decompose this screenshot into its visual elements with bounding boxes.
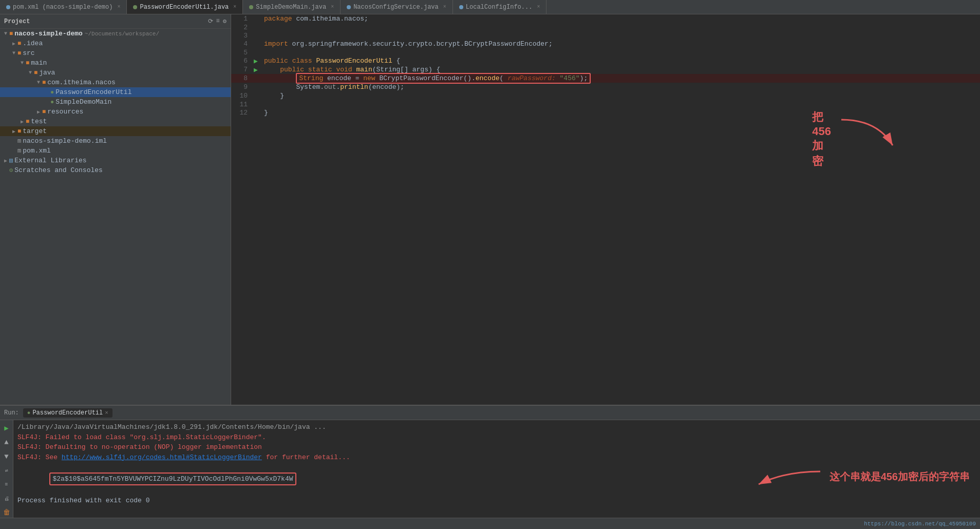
gear-icon[interactable]: ⚙ xyxy=(223,17,227,25)
tree-item-target[interactable]: ▶ ■ target xyxy=(0,126,231,136)
line-num-1: 1 xyxy=(231,14,252,23)
tab-dot-pom xyxy=(6,5,10,9)
run-gutter-8 xyxy=(252,74,260,83)
class-icon-simpledemo: ● xyxy=(50,99,54,106)
arrow-nacos-demo: ▼ xyxy=(2,31,9,36)
line-code-9: System.out.println(encode); xyxy=(260,83,980,91)
sync-icon[interactable]: ⟳ xyxy=(208,17,213,25)
filter-button[interactable]: ≡ xyxy=(2,480,12,489)
tab-dot-simpledemo xyxy=(249,5,253,9)
tab-nacosconfig[interactable]: NacosConfigService.java × xyxy=(341,0,453,14)
tab-close-localconfig[interactable]: × xyxy=(537,4,540,10)
run-gutter-3 xyxy=(252,31,260,40)
line-code-1: package com.itheima.nacos; xyxy=(260,14,980,23)
tab-close-passwordencoder[interactable]: × xyxy=(233,4,236,10)
tree-item-passwordencoder[interactable]: ● PasswordEncoderUtil xyxy=(0,87,231,97)
tab-close-pom[interactable]: × xyxy=(117,4,120,10)
code-line-1: 1 package com.itheima.nacos; xyxy=(231,14,980,23)
tree-label-resources: resources xyxy=(47,108,83,116)
line-num-4: 4 xyxy=(231,40,252,48)
line-num-10: 10 xyxy=(231,91,252,100)
tab-label-localconfig: LocalConfigInfo... xyxy=(466,4,533,11)
line-num-3: 3 xyxy=(231,31,252,40)
slf4j-link[interactable]: http://www.slf4j.org/codes.html#StaticLo… xyxy=(62,454,262,461)
tree-item-scratches[interactable]: ⚙ Scratches and Consoles xyxy=(0,165,231,175)
tab-label-nacosconfig: NacosConfigService.java xyxy=(353,4,439,11)
tree-item-extlibs[interactable]: ▶ ▤ External Libraries xyxy=(0,156,231,165)
line-code-11 xyxy=(260,100,980,108)
code-area: 1 package com.itheima.nacos; 2 3 xyxy=(231,14,980,405)
tree-item-idea[interactable]: ▶ ■ .idea xyxy=(0,39,231,48)
folder-icon-main: ■ xyxy=(26,60,29,67)
tab-pom[interactable]: pom.xml (nacos-simple-demo) × xyxy=(0,0,127,14)
line-code-8: String encode = new BCryptPasswordEncode… xyxy=(260,74,980,83)
status-bar: https://blog.csdn.net/qq_45950109 xyxy=(0,518,980,529)
folder-icon-nacos-demo: ■ xyxy=(9,30,13,37)
annotation-arrow-1: 把456加密 xyxy=(836,115,898,156)
tree-item-nacos-demo[interactable]: ▼ ■ nacos-simple-demo ~/Documents/worksp… xyxy=(0,29,231,39)
tree-item-iml[interactable]: m nacos-simple-demo.iml xyxy=(0,136,231,146)
console-line-path: /Library/Java/JavaVirtualMachines/jdk1.8… xyxy=(17,422,976,432)
code-line-5: 5 xyxy=(231,48,980,56)
tab-passwordencoder[interactable]: PasswordEncoderUtil.java × xyxy=(127,0,243,14)
folder-icon-target: ■ xyxy=(17,128,21,135)
tree-item-simpledemo[interactable]: ● SimpleDemoMain xyxy=(0,97,231,107)
arrow-package: ▼ xyxy=(35,80,42,85)
code-line-8: 8 String encode = new BCryptPasswordEnco… xyxy=(231,74,980,83)
run-gutter-6[interactable]: ▶ xyxy=(252,56,260,65)
folder-icon-package: ■ xyxy=(42,79,46,86)
run-tab-passwordencoder[interactable]: ● PasswordEncoderUtil × xyxy=(23,408,112,418)
code-line-2: 2 xyxy=(231,23,980,31)
tab-dot-localconfig xyxy=(459,5,463,9)
sidebar-icons: ⟳ ≡ ⚙ xyxy=(208,17,227,25)
sidebar-header: Project ⟳ ≡ ⚙ xyxy=(0,14,231,29)
code-line-10: 10 } xyxy=(231,91,980,100)
tab-localconfig[interactable]: LocalConfigInfo... × xyxy=(453,0,547,14)
tree-label-scratches: Scratches and Consoles xyxy=(14,166,103,174)
run-tab-bar: Run: ● PasswordEncoderUtil × xyxy=(0,406,980,420)
tree-item-pom[interactable]: m pom.xml xyxy=(0,146,231,156)
sidebar: Project ⟳ ≡ ⚙ ▼ ■ nacos-simple-demo ~/Do… xyxy=(0,14,231,405)
line-num-5: 5 xyxy=(231,48,252,56)
run-gutter-2 xyxy=(252,23,260,31)
scroll-up-button[interactable]: ▲ xyxy=(2,437,12,447)
run-play-button[interactable]: ▶ xyxy=(2,423,12,433)
tab-label-simpledemo: SimpleDemoMain.java xyxy=(256,4,326,11)
folder-icon-java: ■ xyxy=(34,69,37,77)
tab-simpledemo[interactable]: SimpleDemoMain.java × xyxy=(243,0,341,14)
line-code-2 xyxy=(260,23,980,31)
tab-close-simpledemo[interactable]: × xyxy=(331,4,334,10)
run-tab-close[interactable]: × xyxy=(105,410,108,416)
code-line-11: 11 xyxy=(231,100,980,108)
file-icon-pom: m xyxy=(17,147,21,155)
tree-item-test[interactable]: ▶ ■ test xyxy=(0,117,231,126)
tree-label-iml: nacos-simple-demo.iml xyxy=(23,137,107,145)
tree-item-resources[interactable]: ▶ ■ resources xyxy=(0,107,231,117)
tree-path-nacos-demo: ~/Documents/workspace/ xyxy=(85,31,159,37)
tree-label-idea: .idea xyxy=(23,40,43,47)
soft-wrap-button[interactable]: ⇌ xyxy=(2,465,12,475)
tree-item-java[interactable]: ▼ ■ java xyxy=(0,68,231,78)
collapse-icon[interactable]: ≡ xyxy=(216,17,220,25)
run-gutter-10 xyxy=(252,91,260,100)
code-line-9: 9 System.out.println(encode); xyxy=(231,83,980,91)
run-gutter-7[interactable]: ▶ xyxy=(252,65,260,74)
tree-item-package[interactable]: ▼ ■ com.itheima.nacos xyxy=(0,78,231,87)
tree-item-main[interactable]: ▼ ■ main xyxy=(0,58,231,68)
sidebar-title: Project xyxy=(4,18,30,25)
scroll-down-button[interactable]: ▼ xyxy=(2,451,12,461)
run-side-controls: ▶ ▲ ▼ ⇌ ≡ 🖨 🗑 xyxy=(0,420,13,518)
line-num-2: 2 xyxy=(231,23,252,31)
print-button[interactable]: 🖨 xyxy=(2,494,12,503)
tree-label-extlibs: External Libraries xyxy=(14,157,86,164)
line-code-6: public class PasswordEncoderUtil { xyxy=(260,56,980,65)
arrow-target: ▶ xyxy=(10,128,17,135)
tree-label-pom: pom.xml xyxy=(23,147,51,155)
delete-button[interactable]: 🗑 xyxy=(2,508,12,518)
line-num-11: 11 xyxy=(231,100,252,108)
tree-item-src[interactable]: ▼ ■ src xyxy=(0,48,231,58)
tree-label-simpledemo: SimpleDemoMain xyxy=(55,98,111,106)
bottom-panel: Run: ● PasswordEncoderUtil × ▶ ▲ ▼ ⇌ ≡ 🖨… xyxy=(0,405,980,518)
tab-close-nacosconfig[interactable]: × xyxy=(443,4,446,10)
encoded-output: $2a$10$aS645fmTn5YBVUWYPCIZnu9LzDUyTIVOc… xyxy=(49,473,296,486)
